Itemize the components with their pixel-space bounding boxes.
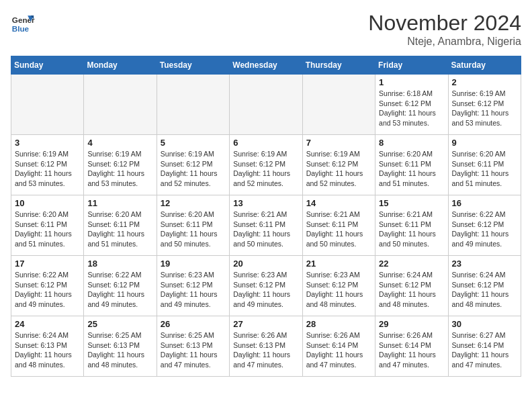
weekday-header: Monday <box>84 56 157 75</box>
day-info: Sunrise: 6:21 AMSunset: 6:11 PMDaylight:… <box>379 210 444 249</box>
day-info: Sunrise: 6:20 AMSunset: 6:11 PMDaylight:… <box>452 149 517 189</box>
calendar-cell: 8Sunrise: 6:20 AMSunset: 6:11 PMDaylight… <box>375 135 448 195</box>
calendar-table: SundayMondayTuesdayWednesdayThursdayFrid… <box>11 56 521 377</box>
day-info: Sunrise: 6:19 AMSunset: 6:12 PMDaylight:… <box>306 149 371 189</box>
day-info: Sunrise: 6:20 AMSunset: 6:11 PMDaylight:… <box>161 210 226 249</box>
day-info: Sunrise: 6:19 AMSunset: 6:12 PMDaylight:… <box>87 149 152 189</box>
title-block: November 2024 Nteje, Anambra, Nigeria <box>368 11 521 48</box>
day-info: Sunrise: 6:24 AMSunset: 6:13 PMDaylight:… <box>15 330 80 370</box>
day-info: Sunrise: 6:19 AMSunset: 6:12 PMDaylight:… <box>15 149 80 189</box>
calendar-header-row: SundayMondayTuesdayWednesdayThursdayFrid… <box>11 56 521 75</box>
day-number: 16 <box>452 198 517 208</box>
day-number: 26 <box>161 319 226 329</box>
calendar-cell: 24Sunrise: 6:24 AMSunset: 6:13 PMDayligh… <box>11 316 84 377</box>
calendar-cell: 23Sunrise: 6:24 AMSunset: 6:12 PMDayligh… <box>448 256 521 316</box>
day-number: 14 <box>306 198 371 208</box>
day-number: 15 <box>379 198 444 208</box>
day-number: 2 <box>452 77 517 87</box>
day-info: Sunrise: 6:20 AMSunset: 6:11 PMDaylight:… <box>87 210 152 249</box>
day-number: 19 <box>161 259 226 269</box>
day-info: Sunrise: 6:20 AMSunset: 6:11 PMDaylight:… <box>15 210 80 249</box>
day-info: Sunrise: 6:23 AMSunset: 6:12 PMDaylight:… <box>161 270 226 310</box>
day-info: Sunrise: 6:18 AMSunset: 6:12 PMDaylight:… <box>379 89 444 128</box>
day-number: 30 <box>452 319 517 329</box>
calendar-cell: 30Sunrise: 6:27 AMSunset: 6:14 PMDayligh… <box>448 316 521 377</box>
calendar-cell <box>157 75 229 135</box>
day-info: Sunrise: 6:21 AMSunset: 6:11 PMDaylight:… <box>233 210 298 249</box>
day-number: 27 <box>233 319 298 329</box>
calendar-week-row: 17Sunrise: 6:22 AMSunset: 6:12 PMDayligh… <box>11 256 521 316</box>
day-number: 23 <box>452 259 517 269</box>
calendar-cell: 11Sunrise: 6:20 AMSunset: 6:11 PMDayligh… <box>84 195 157 256</box>
day-info: Sunrise: 6:24 AMSunset: 6:12 PMDaylight:… <box>379 270 444 310</box>
calendar-cell: 19Sunrise: 6:23 AMSunset: 6:12 PMDayligh… <box>157 256 229 316</box>
day-number: 8 <box>379 138 444 148</box>
day-number: 10 <box>15 198 80 208</box>
day-number: 25 <box>87 319 152 329</box>
day-info: Sunrise: 6:26 AMSunset: 6:14 PMDaylight:… <box>306 330 371 370</box>
day-info: Sunrise: 6:27 AMSunset: 6:14 PMDaylight:… <box>452 330 517 370</box>
day-info: Sunrise: 6:19 AMSunset: 6:12 PMDaylight:… <box>452 89 517 128</box>
weekday-header: Tuesday <box>157 56 229 75</box>
weekday-header: Friday <box>375 56 448 75</box>
calendar-cell: 25Sunrise: 6:25 AMSunset: 6:13 PMDayligh… <box>84 316 157 377</box>
month-title: November 2024 <box>368 11 521 36</box>
day-info: Sunrise: 6:26 AMSunset: 6:13 PMDaylight:… <box>233 330 298 370</box>
calendar-cell: 28Sunrise: 6:26 AMSunset: 6:14 PMDayligh… <box>302 316 375 377</box>
day-info: Sunrise: 6:24 AMSunset: 6:12 PMDaylight:… <box>452 270 517 310</box>
day-number: 28 <box>306 319 371 329</box>
calendar-cell: 17Sunrise: 6:22 AMSunset: 6:12 PMDayligh… <box>11 256 84 316</box>
calendar-cell: 20Sunrise: 6:23 AMSunset: 6:12 PMDayligh… <box>230 256 302 316</box>
day-number: 21 <box>306 259 371 269</box>
calendar-cell: 14Sunrise: 6:21 AMSunset: 6:11 PMDayligh… <box>302 195 375 256</box>
location: Nteje, Anambra, Nigeria <box>368 36 521 48</box>
day-info: Sunrise: 6:19 AMSunset: 6:12 PMDaylight:… <box>161 149 226 189</box>
day-number: 12 <box>161 198 226 208</box>
day-info: Sunrise: 6:22 AMSunset: 6:12 PMDaylight:… <box>452 210 517 249</box>
day-info: Sunrise: 6:26 AMSunset: 6:14 PMDaylight:… <box>379 330 444 370</box>
calendar-cell: 2Sunrise: 6:19 AMSunset: 6:12 PMDaylight… <box>448 75 521 135</box>
calendar-week-row: 1Sunrise: 6:18 AMSunset: 6:12 PMDaylight… <box>11 75 521 135</box>
calendar-cell: 21Sunrise: 6:23 AMSunset: 6:12 PMDayligh… <box>302 256 375 316</box>
calendar-cell: 10Sunrise: 6:20 AMSunset: 6:11 PMDayligh… <box>11 195 84 256</box>
day-number: 4 <box>87 138 152 148</box>
page-header: General Blue November 2024 Nteje, Anambr… <box>11 11 521 48</box>
day-number: 7 <box>306 138 371 148</box>
weekday-header: Thursday <box>302 56 375 75</box>
weekday-header: Sunday <box>11 56 84 75</box>
calendar-cell: 15Sunrise: 6:21 AMSunset: 6:11 PMDayligh… <box>375 195 448 256</box>
day-number: 20 <box>233 259 298 269</box>
day-info: Sunrise: 6:23 AMSunset: 6:12 PMDaylight:… <box>233 270 298 310</box>
calendar-cell: 5Sunrise: 6:19 AMSunset: 6:12 PMDaylight… <box>157 135 229 195</box>
calendar-cell: 3Sunrise: 6:19 AMSunset: 6:12 PMDaylight… <box>11 135 84 195</box>
day-info: Sunrise: 6:22 AMSunset: 6:12 PMDaylight:… <box>87 270 152 310</box>
weekday-header: Wednesday <box>230 56 302 75</box>
day-info: Sunrise: 6:20 AMSunset: 6:11 PMDaylight:… <box>379 149 444 189</box>
day-number: 13 <box>233 198 298 208</box>
day-number: 22 <box>379 259 444 269</box>
calendar-cell <box>84 75 157 135</box>
calendar-cell: 13Sunrise: 6:21 AMSunset: 6:11 PMDayligh… <box>230 195 302 256</box>
calendar-cell: 26Sunrise: 6:25 AMSunset: 6:13 PMDayligh… <box>157 316 229 377</box>
day-info: Sunrise: 6:22 AMSunset: 6:12 PMDaylight:… <box>15 270 80 310</box>
calendar-week-row: 10Sunrise: 6:20 AMSunset: 6:11 PMDayligh… <box>11 195 521 256</box>
calendar-week-row: 24Sunrise: 6:24 AMSunset: 6:13 PMDayligh… <box>11 316 521 377</box>
calendar-cell: 4Sunrise: 6:19 AMSunset: 6:12 PMDaylight… <box>84 135 157 195</box>
calendar-cell: 1Sunrise: 6:18 AMSunset: 6:12 PMDaylight… <box>375 75 448 135</box>
day-number: 11 <box>87 198 152 208</box>
calendar-cell <box>11 75 84 135</box>
day-info: Sunrise: 6:25 AMSunset: 6:13 PMDaylight:… <box>161 330 226 370</box>
weekday-header: Saturday <box>448 56 521 75</box>
day-number: 24 <box>15 319 80 329</box>
calendar-cell: 16Sunrise: 6:22 AMSunset: 6:12 PMDayligh… <box>448 195 521 256</box>
calendar-cell: 7Sunrise: 6:19 AMSunset: 6:12 PMDaylight… <box>302 135 375 195</box>
day-number: 29 <box>379 319 444 329</box>
calendar-cell: 22Sunrise: 6:24 AMSunset: 6:12 PMDayligh… <box>375 256 448 316</box>
svg-text:Blue: Blue <box>12 24 30 33</box>
day-number: 6 <box>233 138 298 148</box>
logo-icon: General Blue <box>11 11 35 35</box>
day-number: 1 <box>379 77 444 87</box>
calendar-cell: 12Sunrise: 6:20 AMSunset: 6:11 PMDayligh… <box>157 195 229 256</box>
day-info: Sunrise: 6:19 AMSunset: 6:12 PMDaylight:… <box>233 149 298 189</box>
calendar-week-row: 3Sunrise: 6:19 AMSunset: 6:12 PMDaylight… <box>11 135 521 195</box>
